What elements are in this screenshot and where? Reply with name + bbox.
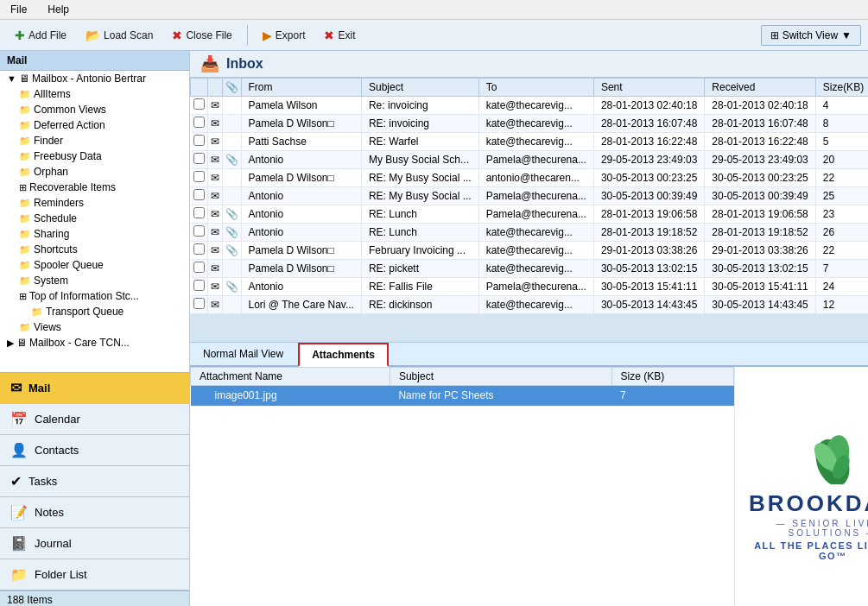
tree-item-deferredaction[interactable]: 📁 Deferred Action: [0, 117, 189, 133]
table-row[interactable]: ✉ Lori @ The Care Nav... RE: dickinson k…: [191, 296, 869, 314]
folder-icon: ▼: [7, 73, 16, 84]
row-checkbox[interactable]: [191, 97, 208, 115]
tree-item-mailbox2[interactable]: ▶ 🖥 Mailbox - Care TCN...: [0, 335, 189, 350]
col-type[interactable]: [207, 79, 222, 97]
tree-item-system[interactable]: 📁 System: [0, 273, 189, 288]
tree-label: System: [34, 275, 68, 287]
row-checkbox[interactable]: [191, 242, 208, 260]
nav-item-calendar[interactable]: 📅Calendar: [0, 404, 189, 435]
col-from[interactable]: From: [241, 79, 361, 97]
email-scroll[interactable]: 📎 From Subject To Sent Received Size(KB)…: [190, 78, 868, 342]
row-from: Antonio: [241, 151, 361, 169]
att-col-name[interactable]: Attachment Name: [191, 368, 390, 386]
exit-icon: ✖: [324, 28, 334, 42]
tree-item-mailbox[interactable]: ▼ 🖥 Mailbox - Antonio Bertrar: [0, 71, 189, 86]
row-checkbox[interactable]: [191, 187, 208, 205]
tree-item-sharing[interactable]: 📁 Sharing: [0, 226, 189, 242]
row-checkbox[interactable]: [191, 260, 208, 278]
list-item[interactable]: image001.jpg Name for PC Sheets 7: [191, 386, 734, 407]
row-attach-icon: [222, 187, 241, 205]
row-checkbox[interactable]: [191, 278, 208, 296]
row-to: Pamela@thecurena...: [478, 278, 593, 296]
tree-item-reminders[interactable]: 📁 Reminders: [0, 195, 189, 211]
folder-icon: 📁: [19, 229, 31, 240]
add-file-button[interactable]: ✚ Add File: [7, 25, 74, 46]
row-size: 4: [815, 97, 868, 115]
col-checkbox[interactable]: [191, 79, 208, 97]
folder-icon: 📁: [19, 167, 31, 178]
tree-item-topofinfo[interactable]: ⊞ Top of Information Stc...: [0, 288, 189, 304]
tree-item-allitems[interactable]: 📁 AllItems: [0, 86, 189, 102]
table-row[interactable]: ✉ 📎 Antonio My Busy Social Sch... Pamela…: [191, 151, 869, 169]
tree-item-schedule[interactable]: 📁 Schedule: [0, 211, 189, 226]
table-row[interactable]: ✉ Pamela D Wilson□ RE: invoicing kate@th…: [191, 115, 869, 133]
exit-button[interactable]: ✖ Exit: [316, 25, 363, 46]
table-row[interactable]: ✉ Patti Sachse RE: Warfel kate@thecarevi…: [191, 133, 869, 151]
nav-label: Journal: [35, 537, 72, 550]
tree-item-freebusydata[interactable]: 📁 Freebusy Data: [0, 148, 189, 164]
col-received[interactable]: Received: [705, 79, 815, 97]
row-checkbox[interactable]: [191, 296, 208, 314]
nav-item-mail[interactable]: ✉Mail: [0, 373, 189, 404]
switch-view-button[interactable]: ⊞ Switch View ▼: [761, 25, 861, 46]
menu-file[interactable]: File: [7, 2, 30, 17]
nav-item-contacts[interactable]: 👤Contacts: [0, 435, 189, 466]
tree-item-spoolerqueue[interactable]: 📁 Spooler Queue: [0, 257, 189, 273]
sidebar-label: Mail: [0, 51, 189, 71]
row-checkbox[interactable]: [191, 169, 208, 187]
row-to: Pamela@thecurena...: [478, 151, 593, 169]
table-row[interactable]: ✉ 📎 Antonio RE: Fallis File Pamela@thecu…: [191, 278, 869, 296]
table-row[interactable]: ✉ 📎 Pamela D Wilson□ February Invoicing …: [191, 242, 869, 260]
tree-label: Common Views: [34, 104, 106, 116]
inbox-title: Inbox: [226, 56, 263, 72]
tree-item-recoverableitems[interactable]: ⊞ Recoverable Items: [0, 180, 189, 195]
table-row[interactable]: ✉ Antonio RE: My Busy Social ... Pamela@…: [191, 187, 869, 205]
folder-icon: 📁: [19, 213, 31, 224]
tree-label: Reminders: [34, 197, 84, 209]
nav-item-folderlist[interactable]: 📁Folder List: [0, 559, 189, 590]
table-row[interactable]: ✉ Pamela D Wilson□ RE: pickett kate@thec…: [191, 260, 869, 278]
col-size[interactable]: Size(KB): [815, 79, 868, 97]
col-sent[interactable]: Sent: [593, 79, 704, 97]
col-subject[interactable]: Subject: [361, 79, 478, 97]
row-sent: 29-01-2013 03:38:26: [593, 242, 704, 260]
load-scan-button[interactable]: 📂 Load Scan: [78, 25, 161, 46]
col-attach[interactable]: 📎: [222, 79, 241, 97]
col-to[interactable]: To: [478, 79, 593, 97]
row-subject: RE: Lunch: [361, 224, 478, 242]
tree-item-views[interactable]: 📁 Views: [0, 319, 189, 335]
menu-help[interactable]: Help: [44, 2, 73, 17]
nav-item-notes[interactable]: 📝Notes: [0, 497, 189, 528]
table-row[interactable]: ✉ 📎 Antonio RE: Lunch kate@thecarevig...…: [191, 224, 869, 242]
row-checkbox[interactable]: [191, 205, 208, 224]
att-col-subject[interactable]: Subject: [390, 368, 611, 386]
content-area: 📥 Inbox 📎 From Subject To Sent: [190, 51, 868, 606]
row-subject: February Invoicing ...: [361, 242, 478, 260]
nav-item-journal[interactable]: 📓Journal: [0, 528, 189, 559]
tree-label: Sharing: [34, 228, 69, 240]
table-row[interactable]: ✉ Pamela D Wilson□ RE: My Busy Social ..…: [191, 169, 869, 187]
row-checkbox[interactable]: [191, 115, 208, 133]
tree-item-shortcuts[interactable]: 📁 Shortcuts: [0, 242, 189, 257]
att-col-size[interactable]: Size (KB): [611, 368, 733, 386]
table-row[interactable]: ✉ Pamela Wilson Re: invoicing kate@theca…: [191, 97, 869, 115]
row-checkbox[interactable]: [191, 133, 208, 151]
row-checkbox[interactable]: [191, 224, 208, 242]
folder-icon: 📁: [19, 275, 31, 287]
row-type-icon: ✉: [207, 115, 222, 133]
folder-icon: 📁: [19, 244, 31, 256]
close-file-button[interactable]: ✖ Close File: [164, 25, 239, 46]
toolbar-right: ⊞ Switch View ▼: [761, 25, 861, 46]
tree-item-commonviews[interactable]: 📁 Common Views: [0, 102, 189, 117]
email-table-header: 📎 From Subject To Sent Received Size(KB): [191, 79, 869, 97]
tab-normalmail[interactable]: Normal Mail View: [190, 343, 296, 365]
tree-item-orphan[interactable]: 📁 Orphan: [0, 164, 189, 180]
table-row[interactable]: ✉ 📎 Antonio RE: Lunch Pamela@thecurena..…: [191, 205, 869, 224]
tree-item-finder[interactable]: 📁 Finder: [0, 133, 189, 148]
tab-attachments[interactable]: Attachments: [298, 343, 389, 367]
export-button[interactable]: ▶ Export: [255, 25, 314, 46]
row-checkbox[interactable]: [191, 151, 208, 169]
row-to: kate@thecarevig...: [478, 242, 593, 260]
tree-item-transportqueue[interactable]: 📁 Transport Queue: [0, 304, 189, 319]
nav-item-tasks[interactable]: ✔Tasks: [0, 466, 189, 497]
